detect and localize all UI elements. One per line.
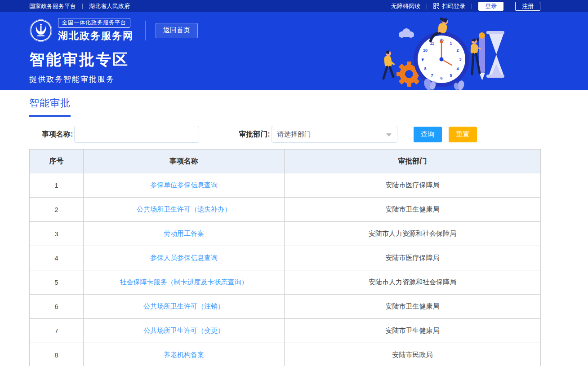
divider <box>427 4 427 9</box>
banner: 全国一体化政务服务平台 湖北政务服务网 返回首页 智能审批专区 提供政务智能审批… <box>0 12 588 90</box>
table-row: 8 养老机构备案 安陆市民政局 <box>30 343 541 366</box>
table-body: 1 参保单位参保信息查询 安陆市医疗保障局 2 公共场所卫生许可（遗失补办） 安… <box>30 173 541 366</box>
table-row: 7 公共场所卫生许可（变更） 安陆市卫生健康局 <box>30 319 541 343</box>
item-link[interactable]: 公共场所卫生许可（遗失补办） <box>137 205 231 213</box>
divider <box>82 4 83 9</box>
row-number: 6 <box>30 295 84 319</box>
filter-row: 事项名称: 审批部门: 请选择部门 查询 重置 <box>29 126 541 143</box>
header-no: 序号 <box>30 150 84 173</box>
register-button[interactable]: 注册 <box>515 2 540 11</box>
site-emblem-logo <box>29 19 53 42</box>
row-dept: 安陆市民政局 <box>285 343 541 366</box>
reset-button[interactable]: 重置 <box>449 127 477 142</box>
table-row: 2 公共场所卫生许可（遗失补办） 安陆市卫生健康局 <box>30 198 541 222</box>
row-dept: 安陆市人力资源和社会保障局 <box>285 222 541 246</box>
table-row: 1 参保单位参保信息查询 安陆市医疗保障局 <box>30 173 541 198</box>
row-number: 2 <box>30 198 84 222</box>
scan-login-link[interactable]: 扫码登录 <box>442 2 465 10</box>
divider <box>145 21 146 40</box>
approval-items-table: 序号 事项名称 审批部门 1 参保单位参保信息查询 安陆市医疗保障局 2 公共场… <box>29 149 541 366</box>
link-national-platform[interactable]: 国家政务服务平台 <box>29 2 76 10</box>
link-hubei-gov[interactable]: 湖北省人民政府 <box>89 2 130 10</box>
site-name: 湖北政务服务网 <box>58 29 134 43</box>
table-row: 6 公共场所卫生许可（注销） 安陆市卫生健康局 <box>30 295 541 319</box>
dept-select-value: 请选择部门 <box>277 130 311 139</box>
item-link[interactable]: 劳动用工备案 <box>164 229 204 237</box>
row-dept: 安陆市卫生健康局 <box>285 319 541 343</box>
main-content: 智能审批 事项名称: 审批部门: 请选择部门 查询 重置 序号 事项名称 审批部… <box>29 90 541 366</box>
search-button[interactable]: 查询 <box>414 127 442 142</box>
item-link[interactable]: 公共场所卫生许可（注销） <box>143 302 224 310</box>
dept-select[interactable]: 请选择部门 <box>272 126 397 143</box>
tabbar: 智能审批 <box>29 90 541 117</box>
tab-smart-approval[interactable]: 智能审批 <box>29 97 71 117</box>
row-dept: 安陆市医疗保障局 <box>285 173 541 198</box>
item-link[interactable]: 参保单位参保信息查询 <box>150 181 218 189</box>
item-link[interactable]: 公共场所卫生许可（变更） <box>143 326 224 334</box>
divider <box>472 4 472 9</box>
row-number: 4 <box>30 246 84 270</box>
item-name-input[interactable] <box>74 126 199 143</box>
topbar: 国家政务服务平台 湖北省人民政府 无障碍阅读 扫码登录 登录 注册 <box>0 0 588 12</box>
table-row: 4 参保人员参保信息查询 安陆市医疗保障局 <box>30 246 541 270</box>
row-dept: 安陆市卫生健康局 <box>285 198 541 222</box>
row-number: 8 <box>30 343 84 366</box>
header-dept: 审批部门 <box>285 150 541 173</box>
item-name-label: 事项名称: <box>42 130 73 139</box>
login-button[interactable]: 登录 <box>478 2 503 11</box>
item-link[interactable]: 参保人员参保信息查询 <box>150 254 218 261</box>
page-subtitle: 提供政务智能审批服务 <box>29 74 588 84</box>
row-number: 1 <box>30 173 84 198</box>
item-link[interactable]: 社会保障卡服务（制卡进度及卡状态查询） <box>120 278 248 286</box>
table-row: 3 劳动用工备案 安陆市人力资源和社会保障局 <box>30 222 541 246</box>
platform-badge: 全国一体化政务服务平台 <box>58 18 130 28</box>
row-dept: 安陆市卫生健康局 <box>285 295 541 319</box>
row-dept: 安陆市人力资源和社会保障局 <box>285 270 541 295</box>
row-dept: 安陆市医疗保障局 <box>285 246 541 270</box>
page-title: 智能审批专区 <box>29 49 588 70</box>
table-header-row: 序号 事项名称 审批部门 <box>30 150 541 173</box>
row-number: 3 <box>30 222 84 246</box>
table-row: 5 社会保障卡服务（制卡进度及卡状态查询） 安陆市人力资源和社会保障局 <box>30 270 541 295</box>
chevron-down-icon <box>386 133 392 137</box>
header-item: 事项名称 <box>84 150 285 173</box>
back-home-button[interactable]: 返回首页 <box>156 23 198 38</box>
item-link[interactable]: 养老机构备案 <box>164 351 204 358</box>
accessibility-link[interactable]: 无障碍阅读 <box>391 2 420 10</box>
qr-code-icon <box>433 3 439 9</box>
row-number: 7 <box>30 319 84 343</box>
dept-label: 审批部门: <box>239 130 270 139</box>
row-number: 5 <box>30 270 84 295</box>
